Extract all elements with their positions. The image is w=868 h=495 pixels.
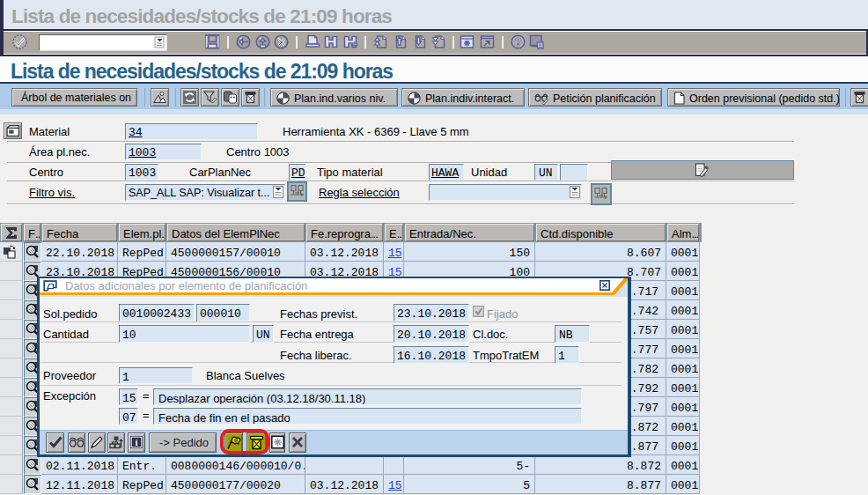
svg-text:?: ? — [515, 36, 522, 48]
svg-text:i: i — [135, 437, 137, 447]
